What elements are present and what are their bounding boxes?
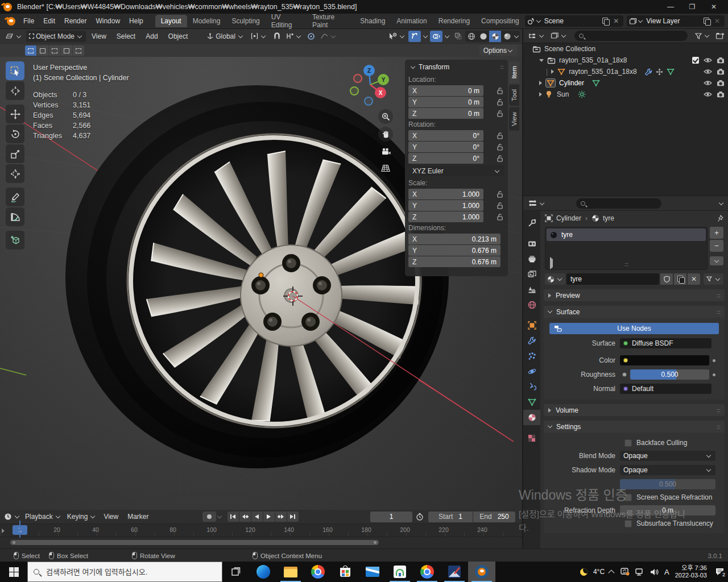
row-label[interactable]: Cylinder (559, 79, 584, 87)
row-label[interactable]: rayton_535_01a_18x8 (569, 68, 636, 76)
perspective-toggle-button[interactable] (378, 161, 393, 176)
orientation-dropdown[interactable]: Global (204, 31, 247, 42)
play-backwards-button[interactable] (251, 512, 263, 522)
location-x-lock-icon[interactable] (497, 87, 503, 94)
show-overlays-toggle[interactable] (430, 31, 442, 42)
add-slot-button[interactable]: + (710, 227, 723, 239)
ssr-checkbox[interactable] (624, 494, 632, 501)
zoom-button[interactable] (378, 109, 393, 124)
workspace-tab-texture-paint[interactable]: Texture Paint (307, 11, 354, 31)
jump-to-end-button[interactable] (287, 512, 299, 522)
tab-particles[interactable] (523, 348, 540, 364)
location-z-field[interactable]: Z0 m (408, 108, 483, 119)
taskbar-app-archive[interactable] (386, 562, 413, 582)
overlays-chevron[interactable] (445, 33, 449, 38)
scale-y-lock-icon[interactable] (497, 202, 503, 209)
blend-mode-dropdown[interactable]: Opaque (620, 451, 715, 461)
workspace-tab-modeling[interactable]: Modeling (187, 15, 226, 27)
preview-panel-header[interactable]: Preview :::: (544, 289, 725, 301)
rotation-z-field[interactable]: Z0° (408, 153, 483, 164)
taskbar-search[interactable] (27, 562, 222, 582)
menu-render[interactable]: Render (60, 15, 91, 27)
collection-checkbox[interactable] (692, 57, 699, 64)
dimensions-z-field[interactable]: Z0.676 m (408, 256, 500, 267)
mode-dropdown[interactable]: Object Mode (26, 31, 86, 42)
tab-output[interactable] (523, 251, 540, 267)
tool-cursor[interactable] (6, 81, 24, 100)
scale-z-field[interactable]: Z1.000 (408, 211, 483, 222)
n-panel-tab-tool[interactable]: Tool (509, 85, 519, 106)
pan-button[interactable] (378, 127, 393, 142)
roughness-slider[interactable]: 0.500 (630, 369, 709, 380)
remove-slot-button[interactable]: − (710, 240, 723, 252)
view-layer-copy-icon[interactable] (704, 18, 710, 24)
tab-tool[interactable] (523, 215, 540, 231)
task-view-button[interactable] (222, 562, 250, 582)
view-layer-remove-icon[interactable]: ✕ (712, 17, 722, 25)
playback-menu[interactable]: Playback (22, 511, 64, 522)
color-swatch-field[interactable] (620, 355, 709, 365)
auto-keying-button[interactable] (202, 512, 216, 522)
clip-threshold-slider[interactable]: 0.500 (620, 479, 715, 489)
proportional-editing-toggle[interactable] (305, 31, 317, 42)
outliner-row-cylinder[interactable]: Cylinder (523, 77, 728, 89)
select-mode-set[interactable] (25, 45, 36, 56)
viewport-menu-select[interactable]: Select (112, 31, 140, 42)
scale-z-lock-icon[interactable] (497, 213, 503, 221)
rotation-x-field[interactable]: X0° (408, 130, 483, 141)
outliner-row-sun[interactable]: Sun (523, 89, 728, 100)
shading-rendered-button[interactable] (501, 31, 513, 42)
auto-keying-chevron[interactable] (217, 514, 221, 518)
gizmo-x-axis[interactable]: X (375, 87, 386, 98)
frame-end-field[interactable]: End250 (473, 512, 515, 522)
sync-status-icon[interactable] (621, 568, 630, 576)
gizmo-y-negative[interactable] (350, 86, 359, 95)
row-label[interactable]: rayton_535_01a_18x8 (559, 56, 627, 64)
fake-user-button[interactable] (660, 273, 673, 285)
volume-icon[interactable] (650, 568, 659, 576)
falloff-dropdown[interactable] (318, 31, 338, 42)
gizmo-chevron[interactable] (423, 33, 428, 38)
unlink-material-button[interactable]: ✕ (688, 273, 700, 285)
editor-type-button[interactable] (2, 31, 25, 42)
rotation-x-lock-icon[interactable] (497, 132, 503, 139)
visibility-dropdown[interactable] (387, 31, 407, 42)
tab-object[interactable] (523, 318, 540, 333)
taskbar-app-chrome-1[interactable] (304, 562, 332, 582)
new-material-copy-button[interactable] (674, 273, 686, 285)
action-center-button[interactable]: 2 (715, 567, 725, 576)
view-layer-chevron[interactable] (638, 18, 643, 23)
gizmo-x-negative[interactable] (353, 74, 362, 83)
outliner-search[interactable] (574, 31, 688, 41)
hide-eye-icon[interactable] (704, 57, 712, 63)
start-button[interactable] (0, 562, 27, 582)
panel-grip[interactable]: :::: (500, 64, 503, 70)
menu-window[interactable]: Window (91, 15, 125, 27)
nodetree-filter-button[interactable] (704, 273, 723, 285)
gizmo-y-axis[interactable]: Y (378, 74, 389, 85)
xray-toggle[interactable] (452, 31, 464, 42)
ime-indicator[interactable]: A (664, 568, 669, 576)
hide-eye-icon[interactable] (704, 69, 712, 74)
material-slot-list[interactable]: tyre :::: (545, 227, 708, 270)
rotation-y-lock-icon[interactable] (497, 143, 503, 151)
channel-expand-caret[interactable] (2, 529, 5, 533)
properties-options-chevron[interactable] (719, 200, 723, 205)
shading-wireframe-button[interactable] (465, 31, 477, 42)
shading-solid-button[interactable] (477, 31, 489, 42)
n-panel-tab-view[interactable]: View (509, 107, 519, 131)
location-z-lock-icon[interactable] (497, 110, 503, 117)
weather-moon-icon[interactable] (580, 568, 588, 576)
transform-collapse-chevron[interactable] (411, 64, 415, 69)
viewport-menu-add[interactable]: Add (141, 31, 162, 42)
close-button[interactable]: ✕ (703, 0, 725, 14)
breadcrumb-material[interactable]: tyre (603, 214, 614, 222)
tool-add-cube[interactable] (6, 231, 24, 250)
select-mode-invert[interactable] (61, 45, 72, 56)
snap-toggle[interactable] (271, 31, 283, 42)
shadow-mode-dropdown[interactable]: Opaque (620, 465, 715, 475)
expand-caret-right[interactable] (551, 69, 554, 74)
rotation-mode-dropdown[interactable]: XYZ Euler (408, 165, 504, 176)
tab-object-data[interactable] (523, 394, 540, 410)
timeline-scrollbar[interactable] (10, 540, 379, 545)
